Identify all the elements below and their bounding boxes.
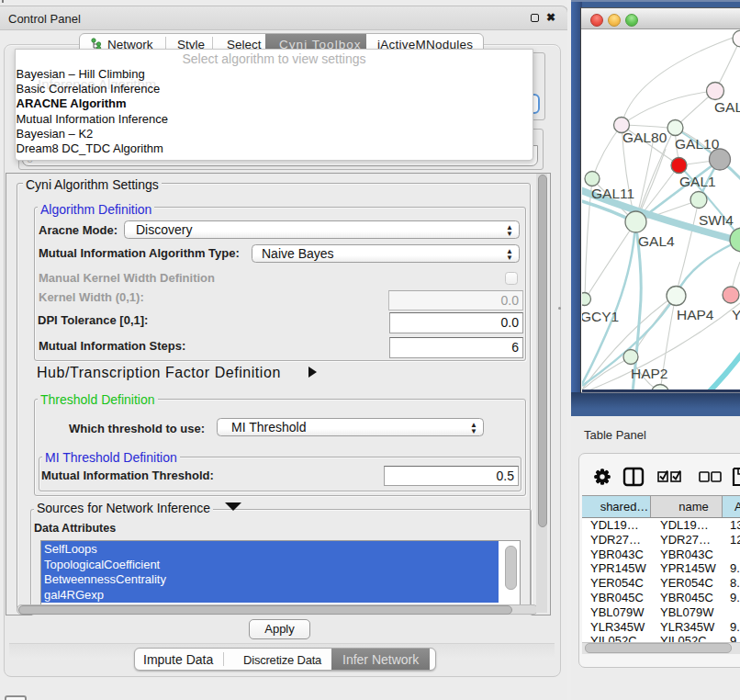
- svg-text:GAL80: GAL80: [622, 130, 667, 145]
- svg-text:GAL1: GAL1: [679, 174, 716, 189]
- svg-text:GAL4: GAL4: [638, 233, 675, 249]
- svg-text:GCY1: GCY1: [582, 309, 619, 324]
- svg-text:Y: Y: [732, 307, 740, 322]
- svg-text:GAL11: GAL11: [591, 186, 634, 201]
- svg-text:GAL10: GAL10: [675, 136, 720, 152]
- svg-text:HAP4: HAP4: [677, 307, 714, 322]
- svg-text:GAL7: GAL7: [714, 99, 740, 115]
- svg-text:HAP2: HAP2: [631, 366, 668, 381]
- svg-text:SWI4: SWI4: [699, 212, 734, 228]
